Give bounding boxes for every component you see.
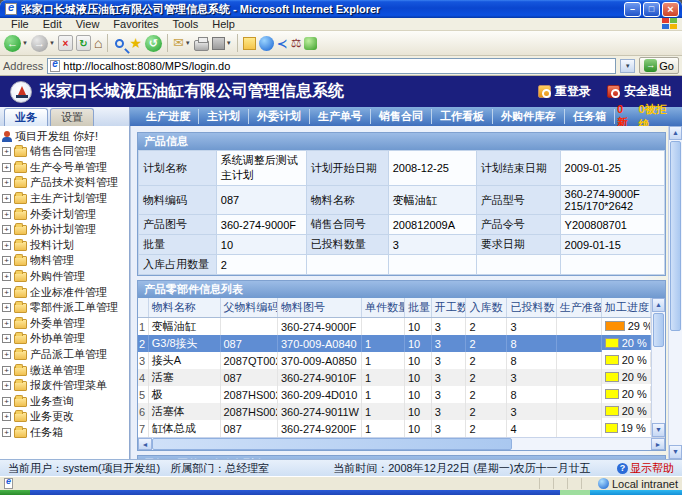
logout-button[interactable]: 安全退出 — [607, 83, 672, 100]
scroll-up-icon[interactable]: ▲ — [669, 126, 682, 140]
sidebar-item-15[interactable]: +报废件管理菜单 — [2, 378, 129, 394]
mail-button[interactable]: ✉▼ — [173, 35, 191, 51]
favorites-button[interactable]: ★ — [129, 35, 142, 51]
table-row[interactable]: 4活塞087360-274-9010F11032320 % — [138, 369, 651, 386]
show-help-button[interactable]: ? 显示帮助 — [617, 461, 674, 476]
expand-plus-icon[interactable]: + — [2, 256, 11, 265]
history-button[interactable]: ↺ — [145, 35, 162, 52]
expand-plus-icon[interactable]: + — [2, 241, 11, 250]
expand-plus-icon[interactable]: + — [2, 147, 11, 156]
sidebar-item-16[interactable]: +业务查询 — [2, 394, 129, 410]
edit-dropdown-icon[interactable]: ▼ — [226, 40, 232, 46]
close-button[interactable]: × — [662, 2, 679, 17]
address-input[interactable]: http://localhost:8080/MPS/login.do — [47, 58, 616, 74]
nav-item-0[interactable]: 生产进度 — [138, 109, 199, 124]
windows-taskbar[interactable] — [0, 490, 682, 495]
expand-plus-icon[interactable]: + — [2, 350, 11, 359]
go-button[interactable]: → Go — [639, 57, 679, 74]
forward-dropdown-icon[interactable]: ▼ — [49, 40, 55, 46]
nav-item-6[interactable]: 外购件库存 — [493, 109, 565, 124]
table-row[interactable]: 7缸体总成087360-274-9200F11032419 % — [138, 420, 651, 437]
print-button[interactable] — [194, 36, 209, 51]
sidebar-item-8[interactable]: +外购件管理 — [2, 269, 129, 285]
search-button[interactable] — [113, 37, 126, 50]
expand-plus-icon[interactable]: + — [2, 334, 11, 343]
menu-file[interactable]: File — [4, 18, 36, 30]
column-header[interactable]: 生产准备 — [556, 298, 601, 318]
expand-plus-icon[interactable]: + — [2, 397, 11, 406]
nav-item-7[interactable]: 任务箱 — [565, 109, 615, 124]
menu-favorites[interactable]: Favorites — [106, 18, 165, 30]
scroll-up-icon[interactable]: ▲ — [652, 298, 665, 312]
forward-button[interactable]: →▼ — [31, 35, 55, 52]
relogin-button[interactable]: 重登录 — [538, 83, 591, 100]
menu-help[interactable]: Help — [205, 18, 242, 30]
start-button[interactable] — [0, 490, 30, 495]
nav-item-1[interactable]: 主计划 — [199, 109, 249, 124]
nav-item-4[interactable]: 销售合同 — [371, 109, 432, 124]
maximize-button[interactable]: □ — [643, 2, 660, 17]
nav-item-2[interactable]: 外委计划 — [249, 109, 310, 124]
column-header[interactable]: 批量 — [404, 298, 431, 318]
column-header[interactable]: 单件数量 — [361, 298, 404, 318]
expand-plus-icon[interactable]: + — [2, 319, 11, 328]
column-header[interactable]: 已投料数 — [507, 298, 556, 318]
notes-button[interactable] — [243, 37, 256, 50]
nav-item-3[interactable]: 生产单号 — [310, 109, 371, 124]
sidebar-item-12[interactable]: +外协单管理 — [2, 331, 129, 347]
home-button[interactable]: ⌂ — [94, 35, 102, 51]
parts-horizontal-scrollbar[interactable]: ◄ ► — [138, 437, 665, 450]
scroll-left-icon[interactable]: ◄ — [138, 438, 152, 450]
scroll-down-icon[interactable]: ▼ — [669, 445, 682, 459]
nav-item-5[interactable]: 工作看板 — [432, 109, 493, 124]
msn-button[interactable]: ≺ — [277, 36, 288, 51]
expand-plus-icon[interactable]: + — [2, 178, 11, 187]
column-header[interactable]: 物料名称 — [148, 298, 220, 318]
messenger-button[interactable] — [304, 37, 317, 50]
menu-view[interactable]: View — [69, 18, 107, 30]
column-header[interactable]: 入库数 — [466, 298, 507, 318]
sidebar-item-2[interactable]: +产品技术资料管理 — [2, 175, 129, 191]
sidebar-item-0[interactable]: +销售合同管理 — [2, 144, 129, 160]
address-dropdown-icon[interactable]: ▼ — [620, 59, 635, 73]
stop-button[interactable]: × — [58, 35, 73, 51]
expand-plus-icon[interactable]: + — [2, 428, 11, 437]
refresh-button[interactable]: ↻ — [76, 35, 91, 51]
expand-plus-icon[interactable]: + — [2, 210, 11, 219]
mail-dropdown-icon[interactable]: ▼ — [185, 40, 191, 46]
expand-plus-icon[interactable]: + — [2, 163, 11, 172]
sidebar-item-17[interactable]: +业务更改 — [2, 409, 129, 425]
sidebar-item-9[interactable]: +企业标准件管理 — [2, 284, 129, 300]
column-header[interactable]: 父物料编码 — [220, 298, 277, 318]
edit-button[interactable]: ▼ — [212, 37, 232, 50]
taskbar-items[interactable] — [30, 490, 560, 495]
table-row[interactable]: 6活塞体2087HS002360-274-9011W11032320 % — [138, 403, 651, 420]
back-dropdown-icon[interactable]: ▼ — [22, 40, 28, 46]
research-button[interactable]: ⚖ — [291, 36, 302, 50]
browser-world-button[interactable] — [259, 36, 274, 51]
scroll-down-icon[interactable]: ▼ — [652, 423, 665, 437]
sidebar-item-18[interactable]: +任务箱 — [2, 425, 129, 441]
expand-plus-icon[interactable]: + — [2, 225, 11, 234]
scroll-thumb[interactable] — [653, 313, 664, 347]
tab-settings[interactable]: 设置 — [50, 108, 94, 126]
column-header[interactable]: 开工数 — [431, 298, 466, 318]
address-url[interactable]: http://localhost:8080/MPS/login.do — [63, 60, 613, 72]
taskbar-item[interactable] — [560, 490, 590, 495]
sidebar-item-6[interactable]: +投料计划 — [2, 238, 129, 254]
sidebar-item-13[interactable]: +产品派工单管理 — [2, 347, 129, 363]
column-header[interactable]: 物料图号 — [277, 298, 361, 318]
sidebar-item-14[interactable]: +缴送单管理 — [2, 362, 129, 378]
sidebar-item-3[interactable]: +主生产计划管理 — [2, 191, 129, 207]
expand-plus-icon[interactable]: + — [2, 288, 11, 297]
table-row[interactable]: 1变幅油缸360-274-9000F1032329 % — [138, 318, 651, 336]
sidebar-item-5[interactable]: +外协计划管理 — [2, 222, 129, 238]
sidebar-item-7[interactable]: +物料管理 — [2, 253, 129, 269]
table-row[interactable]: 5极2087HS002360-209-4D01011032820 % — [138, 386, 651, 403]
sidebar-item-11[interactable]: +外委单管理 — [2, 316, 129, 332]
sidebar-item-4[interactable]: +外委计划管理 — [2, 206, 129, 222]
scroll-right-icon[interactable]: ► — [651, 438, 665, 450]
content-vertical-scrollbar[interactable]: ▲ ▼ — [668, 126, 682, 459]
minimize-button[interactable]: – — [624, 2, 641, 17]
expand-plus-icon[interactable]: + — [2, 412, 11, 421]
